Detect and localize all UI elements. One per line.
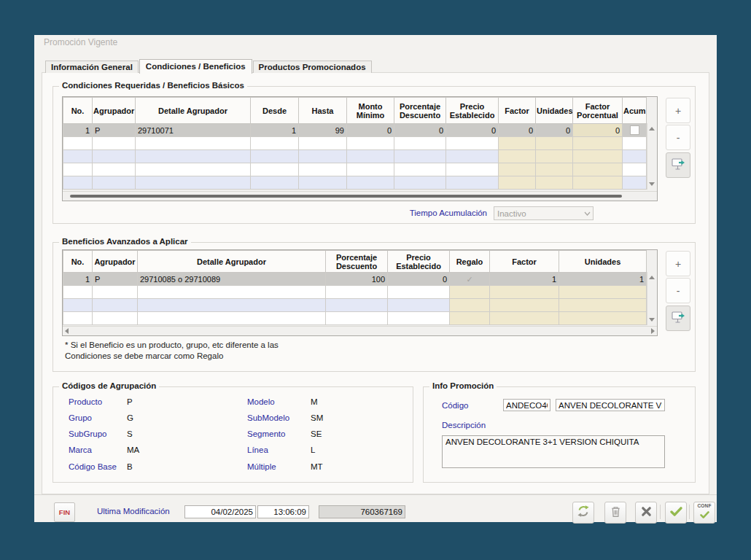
grid-condiciones-add-button[interactable]: + [666, 98, 690, 123]
acum-checkbox[interactable] [630, 125, 639, 135]
grid-beneficios-add-button[interactable]: + [666, 251, 690, 276]
grid-condiciones-empty-row[interactable] [63, 176, 647, 190]
descripcion-textarea[interactable]: ANVEN DECOLORANTE 3+1 VERSION CHIQUITA [442, 435, 665, 468]
grid-condiciones-send-button[interactable] [666, 152, 690, 178]
scroll-up-icon[interactable] [649, 276, 655, 279]
codigo-value-producto: P [127, 397, 133, 406]
codigo-label-modelo: Modelo [247, 397, 275, 406]
hora-modificacion-field[interactable] [257, 505, 309, 518]
codigo-value-modelo: M [311, 397, 318, 406]
codigo-value-grupo: G [127, 413, 133, 422]
codigo-value-codigo-base: B [127, 462, 133, 471]
tab-productos-promocionados[interactable]: Productos Promocionados [253, 61, 372, 73]
grid-beneficios-vscrollbar[interactable] [647, 272, 657, 325]
col-agrupador: Agrupador [93, 251, 138, 273]
grid-beneficios-empty-row[interactable] [63, 299, 647, 312]
grid-beneficios-remove-button[interactable]: - [666, 278, 690, 303]
tab-informacion-general[interactable]: Información General [45, 61, 139, 73]
groupbox-condiciones-requeridas: Condiciones Requeridas / Beneficios Bási… [52, 86, 696, 224]
groupbox-condiciones-title: Condiciones Requeridas / Beneficios Bási… [59, 81, 247, 90]
codigo-value-segmento: SE [311, 429, 322, 438]
scroll-right-icon[interactable] [651, 328, 655, 334]
minus-icon: - [677, 132, 680, 144]
groupbox-info-title: Info Promoción [429, 381, 497, 390]
grid-condiciones-row-1[interactable]: 1 P 29710071 1 99 0 0 0 0 0 0 [63, 124, 647, 137]
col-agrupador: Agrupador [93, 98, 136, 124]
nombre-promocion-input[interactable] [556, 399, 665, 411]
regalo-note-line1: * Si el Beneficio es un producto, grupo,… [65, 341, 279, 349]
col-desde: Desde [251, 98, 299, 124]
codigo-value-subgrupo: S [127, 429, 133, 438]
tiempo-acumulacion-value: Inactivo [494, 209, 581, 218]
plus-icon: + [675, 105, 681, 117]
scroll-down-icon[interactable] [649, 182, 655, 186]
grid-beneficios-header: No. Agrupador Detalle Agrupador Porcenta… [63, 251, 647, 273]
usuario-id-field[interactable] [319, 505, 405, 518]
col-factor: Factor [490, 251, 559, 273]
codigo-value-submodelo: SM [311, 413, 323, 422]
codigo-label-submodelo: SubModelo [247, 413, 289, 422]
grid-beneficios-empty-row[interactable] [63, 286, 647, 299]
grid-condiciones: No. Agrupador Detalle Agrupador Desde Ha… [62, 96, 658, 201]
tab-strip: Información General Condiciones / Benefi… [45, 59, 373, 73]
codigo-label-marca: Marca [69, 446, 92, 454]
accept-button[interactable] [665, 502, 687, 524]
codigo-value-multiple: MT [311, 462, 323, 471]
ultima-modificacion-label: Ultima Modificación [97, 507, 170, 516]
col-porcentaje-descuento: PorcentajeDescuento [326, 251, 388, 273]
grid-beneficios-table: No. Agrupador Detalle Agrupador Porcenta… [63, 250, 647, 325]
footer-button-separator [660, 505, 661, 519]
check-icon [670, 506, 682, 519]
grid-beneficios-row-1[interactable]: 1 P 29710085 o 29710089 100 0 ✓ 1 1 [63, 273, 647, 286]
promocion-vigente-window: Promoción Vigente Información General Co… [34, 35, 717, 522]
grid-condiciones-table: No. Agrupador Detalle Agrupador Desde Ha… [63, 97, 647, 190]
grid-beneficios-hscrollbar[interactable] [63, 326, 657, 335]
codigo-label-codigo-base: Código Base [69, 462, 117, 471]
scroll-left-icon[interactable] [65, 328, 69, 334]
codigo-value-marca: MA [127, 446, 139, 454]
groupbox-info-promocion: Info Promoción Código Descripción ANVEN … [423, 386, 696, 483]
col-factor: Factor [499, 98, 536, 124]
hscroll-thumb[interactable] [70, 195, 622, 198]
delete-button[interactable] [604, 502, 626, 524]
grid-condiciones-vscrollbar[interactable] [647, 123, 657, 190]
regalo-note-line2: Condiciones se debe marcar como Regalo [65, 351, 223, 360]
grid-condiciones-empty-row[interactable] [63, 150, 647, 163]
codigo-label-subgrupo: SubGrupo [69, 429, 106, 438]
groupbox-beneficios-avanzados: Beneficios Avanzados a Aplicar No. Agrup… [52, 242, 696, 372]
descripcion-label: Descripción [442, 421, 486, 429]
chevron-down-icon [581, 210, 593, 217]
grid-condiciones-empty-row[interactable] [63, 137, 647, 150]
grid-condiciones-hscrollbar[interactable] [63, 191, 657, 201]
codigo-input[interactable] [503, 399, 550, 411]
minus-icon: - [677, 285, 680, 297]
confirm-button[interactable]: CONF [693, 502, 715, 524]
col-precio-establecido: PrecioEstablecido [446, 98, 499, 124]
col-porcentaje-descuento: PorcentajeDescuento [394, 98, 446, 124]
tiempo-acumulacion-select[interactable]: Inactivo [494, 206, 594, 220]
grid-condiciones-remove-button[interactable]: - [666, 125, 690, 150]
scroll-down-icon[interactable] [649, 318, 655, 322]
grid-condiciones-empty-row[interactable] [63, 163, 647, 176]
refresh-button[interactable] [572, 502, 594, 524]
codigo-value-linea: L [311, 446, 315, 454]
plus-icon: + [675, 258, 681, 270]
col-unidades: Unidades [559, 251, 647, 273]
monitor-export-icon [671, 311, 685, 326]
codigo-label-producto: Producto [69, 397, 102, 406]
col-no: No. [63, 98, 93, 124]
close-x-icon [641, 506, 652, 520]
refresh-icon [577, 505, 590, 521]
grid-beneficios-send-button[interactable] [666, 306, 690, 331]
col-no: No. [63, 251, 93, 273]
tab-condiciones-beneficios[interactable]: Condiciones / Beneficios [139, 59, 252, 74]
regalo-checked-icon[interactable]: ✓ [466, 275, 472, 284]
cancel-button[interactable] [635, 502, 657, 524]
footer-button-separator [689, 505, 690, 519]
groupbox-codigos-title: Códigos de Agrupación [59, 381, 159, 390]
col-factor-porcentual: FactorPorcentual [573, 98, 623, 124]
grid-beneficios-empty-row[interactable] [63, 312, 647, 325]
fin-button[interactable]: FIN [54, 502, 75, 522]
fecha-modificacion-field[interactable] [184, 505, 256, 518]
scroll-up-icon[interactable] [649, 127, 655, 131]
